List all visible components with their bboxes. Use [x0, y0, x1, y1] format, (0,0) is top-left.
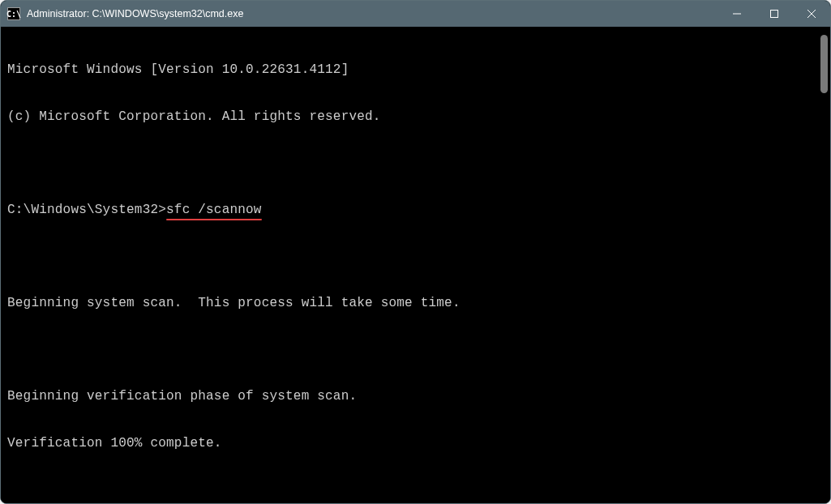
maximize-icon — [770, 10, 778, 18]
close-button[interactable] — [793, 1, 830, 27]
minimize-button[interactable] — [718, 1, 756, 27]
terminal-line: Microsoft Windows [Version 10.0.22631.41… — [7, 62, 824, 78]
annotation-underline — [166, 219, 262, 221]
maximize-button[interactable] — [756, 1, 793, 27]
scrollbar-thumb[interactable] — [820, 35, 828, 93]
terminal-line — [7, 343, 824, 358]
minimize-icon — [733, 10, 741, 18]
cmd-icon: C:\ — [7, 7, 20, 20]
window-title: Administrator: C:\WINDOWS\system32\cmd.e… — [27, 8, 718, 19]
terminal-line — [7, 250, 824, 265]
terminal-line — [7, 156, 824, 172]
terminal-line: Beginning verification phase of system s… — [7, 389, 824, 404]
close-icon — [807, 10, 816, 18]
terminal-line: Verification 100% complete. — [7, 436, 824, 451]
terminal-line: Beginning system scan. This process will… — [7, 296, 824, 311]
terminal-line — [7, 482, 824, 498]
svg-rect-1 — [771, 11, 778, 18]
titlebar-controls — [718, 1, 830, 27]
terminal-prompt-line: C:\Windows\System32>sfc /scannow — [7, 203, 824, 218]
titlebar[interactable]: C:\ Administrator: C:\WINDOWS\system32\c… — [1, 1, 830, 27]
terminal-content: Microsoft Windows [Version 10.0.22631.41… — [7, 32, 824, 503]
prompt-path: C:\Windows\System32> — [7, 203, 166, 217]
terminal-line: (c) Microsoft Corporation. All rights re… — [7, 109, 824, 125]
cmd-window: C:\ Administrator: C:\WINDOWS\system32\c… — [0, 0, 831, 504]
command-text: sfc /scannow — [166, 203, 262, 218]
terminal-body[interactable]: Microsoft Windows [Version 10.0.22631.41… — [1, 27, 830, 503]
